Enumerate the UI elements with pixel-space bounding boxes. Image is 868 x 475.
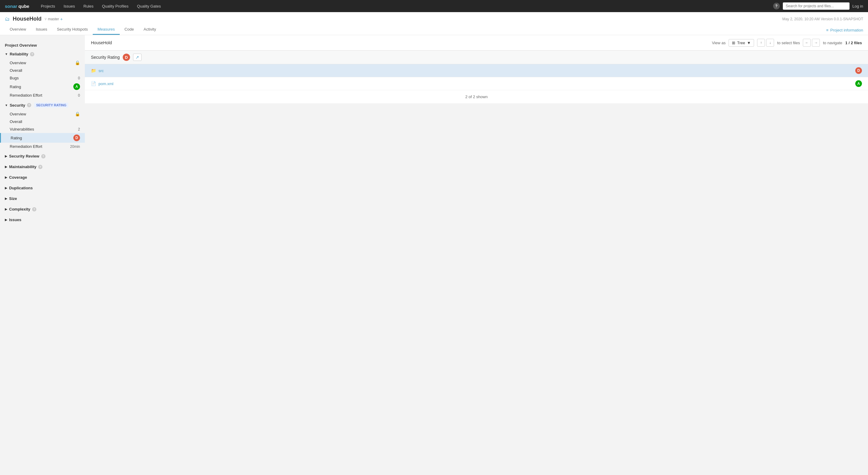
measure-rating-badge: D <box>123 54 130 61</box>
sidebar-item-reliability-remediation[interactable]: Remediation Effort 0 <box>0 92 85 99</box>
tab-issues[interactable]: Issues <box>31 25 52 35</box>
arrow-left-button[interactable]: ← <box>803 39 811 46</box>
reliability-help-icon[interactable]: ? <box>30 52 34 56</box>
nav-projects[interactable]: Projects <box>37 0 59 12</box>
bugs-value: 0 <box>78 76 80 80</box>
tab-activity[interactable]: Activity <box>139 25 161 35</box>
sidebar-group-security-review-header[interactable]: ▶ Security Review ? <box>0 152 85 161</box>
nav-quality-profiles[interactable]: Quality Profiles <box>98 0 133 12</box>
file-list: 📁 src D 📄 pom.xml A <box>85 64 868 90</box>
folder-icon-src: 📁 <box>91 68 96 73</box>
view-mode-label: Tree <box>737 40 745 45</box>
coverage-label: Coverage <box>9 175 27 180</box>
search-input[interactable] <box>783 2 849 10</box>
view-mode-select[interactable]: ⊞ Tree ▼ <box>728 39 754 46</box>
sidebar-item-security-vulnerabilities[interactable]: Vulnerabilities 2 <box>0 125 85 133</box>
file-row-src[interactable]: 📁 src D <box>85 64 868 77</box>
file-rating-src: D <box>855 67 862 74</box>
security-rating-badge: D <box>73 134 80 141</box>
measure-header: Security Rating D ↗ <box>85 51 868 64</box>
select-files-text: to select files <box>777 40 800 45</box>
security-review-help-icon[interactable]: ? <box>41 154 45 158</box>
sidebar-group-issues-header[interactable]: ▶ Issues <box>0 215 85 224</box>
branch-name: master <box>48 17 59 21</box>
project-icon: 🗂 <box>5 17 10 22</box>
tree-icon: ⊞ <box>732 40 735 45</box>
logo-qube: qube <box>19 4 29 9</box>
src-rating-badge: D <box>855 67 862 74</box>
nav-rules[interactable]: Rules <box>79 0 98 12</box>
file-count: 1 / 2 files <box>845 40 862 45</box>
project-title: 🗂 HouseHold ⑂ master + <box>5 16 63 22</box>
top-nav-right: ? Log in <box>773 2 863 10</box>
project-meta: May 2, 2020, 10:20 AM Version 0.0.1-SNAP… <box>782 17 863 21</box>
file-name-pomxml[interactable]: pom.xml <box>98 82 855 86</box>
chevron-right-icon-complexity: ▶ <box>5 208 7 211</box>
sidebar-group-reliability-header[interactable]: ▼ Reliability ? <box>0 50 85 59</box>
maintainability-help-icon[interactable]: ? <box>38 165 42 169</box>
project-info-label: Project information <box>830 28 863 32</box>
sidebar-item-reliability-bugs[interactable]: Bugs 0 <box>0 74 85 82</box>
add-branch-button[interactable]: + <box>60 17 63 22</box>
sidebar-group-security-review: ▶ Security Review ? <box>0 152 85 161</box>
sidebar-item-security-rating[interactable]: Rating D <box>0 133 85 143</box>
vulnerabilities-value: 2 <box>78 127 80 131</box>
arrow-right-button[interactable]: → <box>812 39 820 46</box>
sidebar-group-size-header[interactable]: ▶ Size <box>0 194 85 203</box>
sidebar-group-duplications: ▶ Duplications <box>0 183 85 193</box>
file-name-src[interactable]: src <box>98 68 855 73</box>
reliability-items: Overview 🔒 Overall Bugs 0 Rating A Remed… <box>0 59 85 99</box>
tab-measures[interactable]: Measures <box>93 25 120 35</box>
sidebar-group-maintainability-header[interactable]: ▶ Maintainability ? <box>0 162 85 171</box>
complexity-label: Complexity <box>9 207 30 212</box>
security-remediation-value: 20min <box>70 145 80 149</box>
sidebar-group-security-header[interactable]: ▼ Security ? SECURITY RATING <box>0 100 85 110</box>
tab-code[interactable]: Code <box>120 25 139 35</box>
sidebar-group-complexity-header[interactable]: ▶ Complexity ? <box>0 204 85 214</box>
reliability-label: Reliability <box>10 52 28 56</box>
sidebar-item-security-overall[interactable]: Overall <box>0 118 85 125</box>
reliability-remediation-value: 0 <box>78 93 80 98</box>
file-row-pomxml[interactable]: 📄 pom.xml A <box>85 77 868 90</box>
nav-links: Projects Issues Rules Quality Profiles Q… <box>37 0 165 12</box>
project-information-link[interactable]: ≡ Project information <box>826 28 863 35</box>
sidebar-group-duplications-header[interactable]: ▶ Duplications <box>0 183 85 193</box>
login-button[interactable]: Log in <box>852 4 863 8</box>
tab-overview[interactable]: Overview <box>5 25 31 35</box>
sidebar-item-security-remediation[interactable]: Remediation Effort 20min <box>0 143 85 150</box>
complexity-help-icon[interactable]: ? <box>32 207 36 212</box>
sidebar-item-reliability-rating[interactable]: Rating A <box>0 82 85 92</box>
tab-security-hotspots[interactable]: Security Hotspots <box>52 25 93 35</box>
project-name: HouseHold <box>13 16 41 22</box>
chevron-right-icon-issues: ▶ <box>5 218 7 221</box>
security-items: Overview 🔒 Overall Vulnerabilities 2 Rat… <box>0 110 85 150</box>
sidebar-item-reliability-overall[interactable]: Overall <box>0 67 85 74</box>
select-arrows: ↑ ↓ <box>757 39 774 46</box>
lock-icon-security: 🔒 <box>75 112 80 116</box>
sidebar-group-size: ▶ Size <box>0 194 85 203</box>
nav-issues[interactable]: Issues <box>59 0 80 12</box>
duplications-label: Duplications <box>9 186 33 190</box>
security-help-icon[interactable]: ? <box>27 103 31 107</box>
navigate-arrows: ← → <box>803 39 820 46</box>
nav-quality-gates[interactable]: Quality Gates <box>133 0 165 12</box>
help-button[interactable]: ? <box>773 3 780 9</box>
branch-icon: ⑂ <box>44 17 47 21</box>
trend-button[interactable]: ↗ <box>133 54 142 61</box>
sidebar-group-coverage-header[interactable]: ▶ Coverage <box>0 173 85 182</box>
sidebar-group-complexity: ▶ Complexity ? <box>0 204 85 214</box>
logo[interactable]: sonarqube <box>5 4 29 9</box>
sidebar-item-security-overview[interactable]: Overview 🔒 <box>0 110 85 118</box>
arrow-up-button[interactable]: ↑ <box>757 39 765 46</box>
chevron-right-icon-security-review: ▶ <box>5 155 7 158</box>
chevron-right-icon-coverage: ▶ <box>5 176 7 179</box>
project-header: 🗂 HouseHold ⑂ master + May 2, 2020, 10:2… <box>0 12 868 35</box>
chevron-right-icon-size: ▶ <box>5 197 7 200</box>
main-layout: Project Overview ▼ Reliability ? Overvie… <box>0 35 868 475</box>
view-controls: View as ⊞ Tree ▼ ↑ ↓ to select files ← →… <box>712 39 862 46</box>
sidebar-group-issues: ▶ Issues <box>0 215 85 224</box>
sidebar-item-reliability-overview[interactable]: Overview 🔒 <box>0 59 85 67</box>
security-label: Security <box>10 103 25 107</box>
arrow-down-button[interactable]: ↓ <box>766 39 774 46</box>
shown-count: 2 of 2 shown <box>85 90 868 103</box>
